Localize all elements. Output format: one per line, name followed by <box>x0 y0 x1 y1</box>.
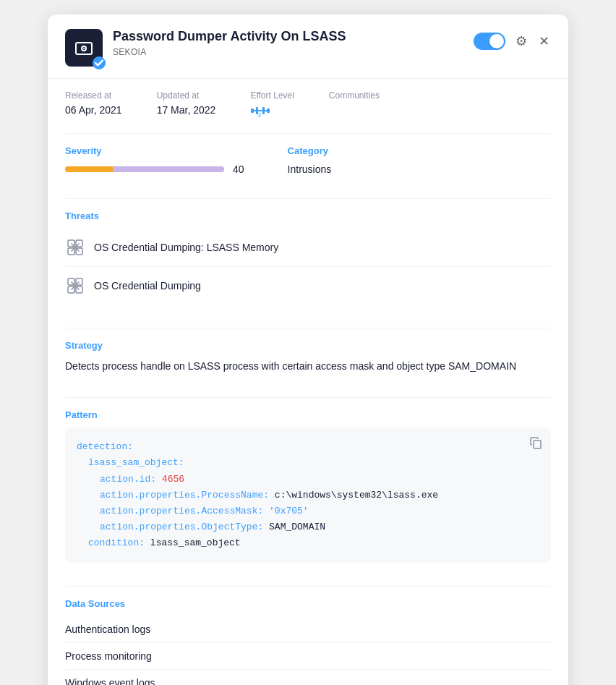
condition-line: condition: lsass_sam_object <box>77 535 539 551</box>
released-at: Released at 06 Apr, 2021 <box>65 90 122 122</box>
severity-fill-purple <box>113 166 224 172</box>
severity-section: Severity 40 <box>65 145 244 175</box>
effort-icon: 2 <box>250 106 270 121</box>
svg-rect-6 <box>258 110 262 111</box>
settings-button[interactable]: ⚙ <box>514 32 529 51</box>
action-process-key: action.properties.ProcessName: <box>100 490 269 501</box>
copy-button[interactable] <box>529 436 542 452</box>
effort-level: Effort Level 2 <box>250 90 294 122</box>
updated-label: Updated at <box>157 90 216 101</box>
rule-title: Password Dumper Activity On LSASS <box>113 29 463 44</box>
severity-label: Severity <box>65 145 244 156</box>
threats-label: Threats <box>65 210 551 221</box>
svg-rect-3 <box>251 109 254 113</box>
divider-2 <box>65 198 551 199</box>
threats-section: Threats OS Credential Dumping: LSASS Mem… <box>48 210 568 316</box>
category-label: Category <box>288 145 332 156</box>
released-label: Released at <box>65 90 122 101</box>
communities: Communities <box>329 90 380 122</box>
card-header: Password Dumper Activity On LSASS SEKOIA… <box>48 14 568 79</box>
action-process-value: c:\windows\system32\lsass.exe <box>275 490 438 501</box>
strategy-section: Strategy Detects process handle on LSASS… <box>48 340 568 386</box>
datasource-list: Authentication logs Process monitoring W… <box>65 616 551 685</box>
pattern-section: Pattern detection: lsass_sam_object: act… <box>48 409 568 574</box>
rule-source: SEKOIA <box>113 47 463 57</box>
mitre-icon-1 <box>65 237 85 258</box>
meta-row: Released at 06 Apr, 2021 Updated at 17 M… <box>48 79 568 122</box>
detection-label: detection: <box>77 441 133 452</box>
severity-fill-orange <box>65 166 113 172</box>
rule-card: Password Dumper Activity On LSASS SEKOIA… <box>48 14 568 685</box>
severity-bar <box>65 166 224 172</box>
lsass-sam-label: lsass_sam_object: <box>77 455 539 471</box>
svg-rect-9 <box>267 109 270 113</box>
divider-3 <box>65 328 551 328</box>
pattern-label: Pattern <box>65 409 551 420</box>
threat-item-2: OS Credential Dumping <box>65 267 551 305</box>
svg-rect-23 <box>534 441 541 448</box>
pattern-box: detection: lsass_sam_object: action.id: … <box>65 427 551 563</box>
toggle-switch[interactable] <box>474 33 505 50</box>
strategy-label: Strategy <box>65 340 551 351</box>
communities-label: Communities <box>329 90 380 101</box>
updated-at: Updated at 17 Mar, 2022 <box>157 90 216 122</box>
verified-badge <box>93 56 106 69</box>
strategy-text: Detects process handle on LSASS process … <box>65 358 551 374</box>
datasource-item-2: Process monitoring <box>65 643 551 670</box>
threat-text-1: OS Credential Dumping: LSASS Memory <box>94 242 278 253</box>
data-sources-section: Data Sources Authentication logs Process… <box>48 598 568 685</box>
action-access-value: '0x705' <box>269 506 309 516</box>
data-sources-label: Data Sources <box>65 598 551 609</box>
divider-5 <box>65 586 551 587</box>
action-object-line: action.properties.ObjectType: SAM_DOMAIN <box>77 519 539 535</box>
severity-bar-container: 40 <box>65 163 244 175</box>
divider-1 <box>65 133 551 134</box>
action-id-line: action.id: 4656 <box>77 472 539 488</box>
action-object-key: action.properties.ObjectType: <box>100 522 263 532</box>
header-actions: ⚙ ✕ <box>474 32 551 51</box>
datasource-item-1: Authentication logs <box>65 616 551 643</box>
svg-point-2 <box>83 48 85 49</box>
action-id-value: 4656 <box>162 474 184 485</box>
rule-info: Password Dumper Activity On LSASS SEKOIA <box>113 29 463 57</box>
action-access-line: action.properties.AccessMask: '0x705' <box>77 503 539 519</box>
updated-value: 17 Mar, 2022 <box>157 104 216 116</box>
rule-icon <box>65 29 103 67</box>
severity-value: 40 <box>233 163 244 175</box>
condition-key: condition: <box>88 537 145 548</box>
svg-rect-4 <box>254 110 256 111</box>
action-id-key: action.id: <box>100 474 156 485</box>
condition-value: lsass_sam_object <box>150 537 241 548</box>
category-value: Intrusions <box>288 163 332 175</box>
threats-list: OS Credential Dumping: LSASS Memory OS C… <box>65 229 551 305</box>
threat-text-2: OS Credential Dumping <box>94 280 201 292</box>
divider-4 <box>65 397 551 398</box>
category-section: Category Intrusions <box>288 145 332 175</box>
threat-item-1: OS Credential Dumping: LSASS Memory <box>65 229 551 267</box>
datasource-item-3: Windows event logs <box>65 670 551 685</box>
svg-text:2: 2 <box>258 112 262 118</box>
effort-label: Effort Level <box>250 90 294 101</box>
action-process-line: action.properties.ProcessName: c:\window… <box>77 488 539 503</box>
action-access-key: action.properties.AccessMask: <box>100 506 263 516</box>
svg-rect-7 <box>262 107 265 114</box>
action-object-value: SAM_DOMAIN <box>269 522 325 532</box>
severity-category-row: Severity 40 Category Intrusions <box>48 145 568 187</box>
mitre-icon-2 <box>65 276 85 296</box>
svg-rect-8 <box>265 110 267 111</box>
close-button[interactable]: ✕ <box>537 32 551 51</box>
released-value: 06 Apr, 2021 <box>65 104 122 116</box>
